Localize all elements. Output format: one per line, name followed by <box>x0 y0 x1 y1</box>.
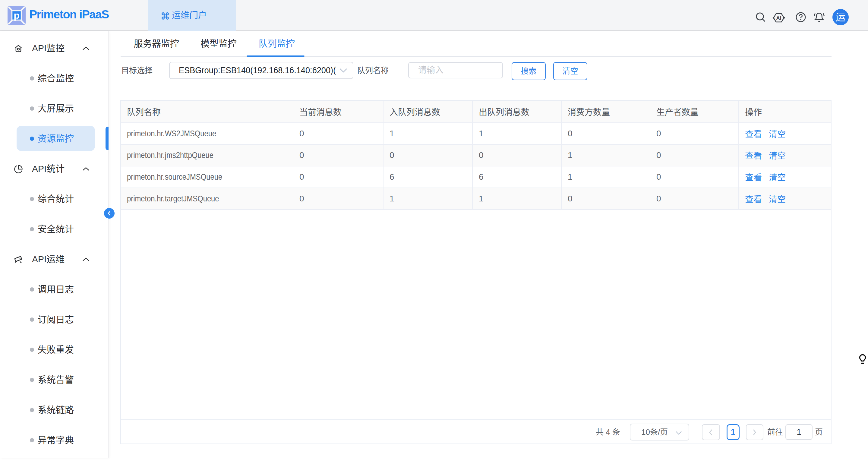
svg-text:p: p <box>13 10 20 21</box>
svg-text:AI: AI <box>776 15 781 21</box>
